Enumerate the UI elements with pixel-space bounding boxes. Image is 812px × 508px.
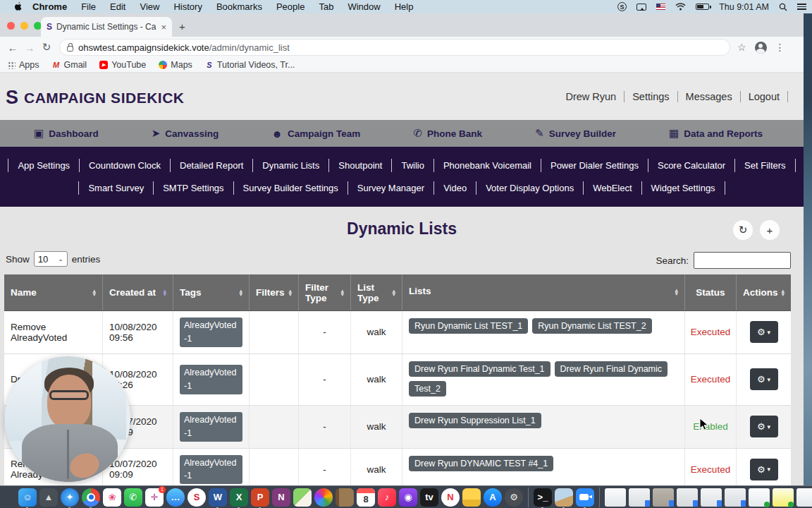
pictures-stack-icon[interactable]: [555, 488, 573, 507]
subnav-link-webelect[interactable]: WebElect: [584, 181, 641, 195]
minimized-window-icon[interactable]: [605, 488, 626, 507]
bookmark-apps[interactable]: Apps: [7, 60, 39, 70]
subnav-link-countdown-clock[interactable]: Countdown Clock: [80, 159, 171, 172]
menu-history[interactable]: History: [166, 1, 209, 12]
column-header-actions[interactable]: Actions▴▾: [737, 274, 791, 310]
safari-icon[interactable]: ✦: [61, 488, 79, 507]
new-tab-button[interactable]: +: [179, 20, 185, 32]
menu-bar-clock[interactable]: Thu 9:01 AM: [719, 2, 769, 12]
minimized-window-icon[interactable]: [796, 488, 812, 507]
menu-help[interactable]: Help: [388, 1, 421, 12]
campaign-sidekick-icon[interactable]: S: [187, 488, 206, 507]
music-icon[interactable]: ♪: [378, 488, 396, 507]
bookmark-tutorial-videos-tr[interactable]: S Tutorial Videos, Tr...: [205, 60, 295, 70]
onenote-icon[interactable]: N: [272, 488, 290, 507]
column-header-filter-type[interactable]: Filter Type▴▾: [299, 274, 351, 310]
news-icon[interactable]: N: [441, 488, 460, 507]
finder-icon[interactable]: ☺: [18, 488, 37, 507]
subnav-link-survey-builder-settings[interactable]: Survey Builder Settings: [234, 181, 348, 195]
subnav-link-widget-settings[interactable]: Widget Settings: [642, 181, 725, 195]
slack-icon[interactable]: ✛ 1: [145, 488, 164, 507]
row-actions-button[interactable]: ⚙▾: [750, 416, 778, 437]
profile-avatar-icon[interactable]: [755, 42, 767, 54]
row-actions-button[interactable]: ⚙▾: [750, 321, 778, 343]
podcasts-icon[interactable]: ◉: [399, 488, 417, 507]
window-close-button[interactable]: [7, 22, 15, 30]
apple-tv-icon[interactable]: tv: [420, 488, 438, 507]
column-header-status[interactable]: Status: [685, 274, 737, 310]
column-header-created-at[interactable]: Created at▴▾: [103, 274, 173, 310]
tab-close-icon[interactable]: ×: [161, 22, 166, 32]
column-header-name[interactable]: Name▴▾: [4, 274, 103, 310]
nav-item-data-and-reports[interactable]: ▦ Data and Reports: [669, 127, 763, 140]
header-link-settings[interactable]: Settings: [625, 91, 677, 102]
terminal-icon[interactable]: >_: [534, 488, 552, 507]
refresh-lists-button[interactable]: ↻: [733, 220, 753, 240]
nav-item-campaign-team[interactable]: ☻ Campaign Team: [271, 128, 360, 140]
system-preferences-icon[interactable]: ⚙: [505, 488, 523, 507]
launchpad-icon[interactable]: ▲: [39, 488, 58, 507]
bookmark-youtube[interactable]: ▶ YouTube: [99, 60, 146, 70]
column-header-list-type[interactable]: List Type▴▾: [351, 274, 402, 310]
menu-file[interactable]: File: [74, 1, 103, 12]
bookmark-gmail[interactable]: M Gmail: [52, 60, 87, 70]
column-header-filters[interactable]: Filters▴▾: [250, 274, 299, 310]
minimized-window-icon[interactable]: [629, 488, 650, 507]
header-link-messages[interactable]: Messages: [678, 91, 741, 102]
minimized-window-icon[interactable]: [677, 488, 698, 507]
subnav-link-score-calculator[interactable]: Score Calculator: [648, 159, 735, 172]
back-button[interactable]: ←: [4, 42, 21, 54]
maps-icon[interactable]: [293, 488, 312, 507]
notebook-icon[interactable]: [336, 488, 354, 507]
row-actions-button[interactable]: ⚙▾: [750, 459, 778, 480]
menu-people[interactable]: People: [269, 1, 312, 12]
menu-window[interactable]: Window: [340, 1, 387, 12]
apple-menu-icon[interactable]: [10, 2, 25, 11]
nav-item-dashboard[interactable]: ▣ Dashboard: [34, 127, 99, 140]
excel-icon[interactable]: X: [230, 488, 248, 507]
campaign-sidekick-logo[interactable]: S CAMPAIGN SIDEKICK: [6, 87, 184, 109]
sidekick-status-icon[interactable]: S: [617, 2, 627, 11]
column-header-lists[interactable]: Lists▴▾: [402, 274, 685, 310]
subnav-link-voter-display-options[interactable]: Voter Display Options: [476, 181, 584, 195]
subnav-link-detailed-report[interactable]: Detailed Report: [171, 159, 253, 172]
subnav-link-app-settings[interactable]: App Settings: [8, 159, 80, 172]
menu-edit[interactable]: Edit: [103, 1, 133, 12]
spotlight-search-icon[interactable]: [779, 3, 787, 11]
wifi-icon[interactable]: [675, 3, 686, 11]
powerpoint-icon[interactable]: P: [251, 488, 269, 507]
menu-bookmarks[interactable]: Bookmarks: [209, 1, 269, 12]
menu-tab[interactable]: Tab: [312, 1, 340, 12]
minimized-window-icon[interactable]: [749, 488, 770, 507]
battery-icon[interactable]: [696, 4, 709, 10]
add-list-button[interactable]: +: [760, 220, 780, 240]
word-icon[interactable]: W: [209, 488, 227, 507]
subnav-link-video[interactable]: Video: [434, 181, 476, 195]
column-header-tags[interactable]: Tags▴▾: [173, 274, 250, 310]
menu-view[interactable]: View: [133, 1, 166, 12]
address-bar[interactable]: ohswtest.campaignsidekick.vote/admin/dyn…: [59, 39, 730, 56]
browser-menu-icon[interactable]: ⋮: [775, 42, 785, 53]
nav-item-survey-builder[interactable]: ✎ Survey Builder: [535, 127, 616, 140]
screen-mirroring-icon[interactable]: [636, 4, 646, 11]
subnav-link-dynamic-lists[interactable]: Dynamic Lists: [253, 159, 329, 172]
calendar-icon[interactable]: 8: [357, 488, 375, 507]
bookmark-star-icon[interactable]: ☆: [737, 42, 746, 53]
subnav-link-twilio[interactable]: Twilio: [392, 159, 434, 172]
notification-center-icon[interactable]: [797, 4, 806, 10]
forward-button[interactable]: →: [21, 42, 38, 54]
dock-separator[interactable]: [528, 488, 529, 507]
facetime-icon[interactable]: ✆: [124, 488, 142, 507]
messages-icon[interactable]: …: [166, 488, 185, 507]
header-link-logout[interactable]: Logout: [741, 91, 788, 102]
app-store-icon[interactable]: A: [484, 488, 502, 507]
minimized-window-icon[interactable]: [725, 488, 746, 507]
subnav-link-shoutpoint[interactable]: Shoutpoint: [329, 159, 392, 172]
input-language-flag-icon[interactable]: [656, 4, 665, 10]
zoom-icon[interactable]: [576, 488, 594, 507]
subnav-link-survey-manager[interactable]: Survey Manager: [348, 181, 434, 195]
bookmark-maps[interactable]: Maps: [159, 60, 192, 70]
nav-item-canvassing[interactable]: ➤ Canvassing: [152, 127, 219, 140]
subnav-link-smart-survey[interactable]: Smart Survey: [78, 181, 154, 195]
subnav-link-smtp-settings[interactable]: SMTP Settings: [154, 181, 233, 195]
